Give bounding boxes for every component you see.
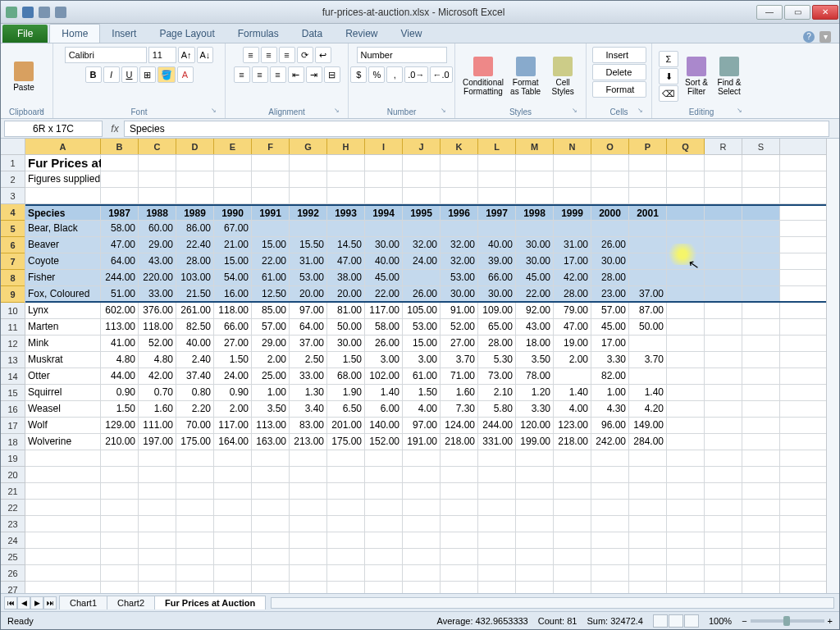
- cell-empty[interactable]: [742, 336, 780, 351]
- cell-empty[interactable]: [667, 500, 705, 515]
- cell-empty[interactable]: [742, 221, 780, 236]
- cell-empty[interactable]: [252, 467, 290, 482]
- row-header[interactable]: 24: [1, 532, 25, 549]
- cell-value[interactable]: 199.00: [516, 434, 554, 450]
- cell-empty[interactable]: [705, 253, 742, 269]
- cell-empty[interactable]: [176, 467, 214, 482]
- currency-button[interactable]: $: [350, 66, 367, 83]
- align-top-button[interactable]: ≡: [243, 47, 259, 63]
- cell-empty[interactable]: [705, 171, 742, 187]
- redo-icon[interactable]: [55, 7, 66, 18]
- cell-empty[interactable]: [365, 500, 403, 515]
- cell-value[interactable]: 1.40: [629, 385, 667, 400]
- cell-value[interactable]: 1998: [516, 206, 554, 220]
- cell-value[interactable]: 53.00: [290, 270, 327, 285]
- help-icon[interactable]: ?: [803, 31, 815, 43]
- cell-empty[interactable]: [516, 467, 554, 482]
- cell-empty[interactable]: [705, 467, 742, 482]
- cell-value[interactable]: [403, 221, 441, 236]
- cell-value[interactable]: 30.00: [478, 286, 516, 301]
- cell-empty[interactable]: [441, 532, 478, 548]
- find-select-button[interactable]: Find & Select: [714, 51, 744, 102]
- cell-empty[interactable]: [101, 582, 139, 593]
- cell-value[interactable]: 30.00: [516, 253, 554, 269]
- cell-value[interactable]: 3.70: [629, 352, 667, 368]
- cell-value[interactable]: 23.00: [591, 286, 629, 301]
- cell-empty[interactable]: [139, 188, 176, 203]
- cell-empty[interactable]: [327, 532, 365, 548]
- cell-empty[interactable]: [327, 467, 365, 482]
- cell-value[interactable]: 1.40: [365, 385, 403, 400]
- cell-empty[interactable]: [290, 467, 327, 482]
- cell-empty[interactable]: [101, 483, 139, 499]
- cell-value[interactable]: 1997: [478, 206, 516, 220]
- maximize-button[interactable]: ▭: [784, 5, 810, 20]
- cell-value[interactable]: 37.40: [176, 368, 214, 384]
- cell-empty[interactable]: [139, 171, 176, 187]
- cell-empty[interactable]: [252, 188, 290, 203]
- cell-empty[interactable]: [365, 188, 403, 203]
- cell-empty[interactable]: [214, 155, 252, 171]
- cell-empty[interactable]: [516, 171, 554, 187]
- number-format-select[interactable]: Number: [357, 47, 447, 63]
- cell-species[interactable]: [25, 532, 101, 548]
- cell-value[interactable]: [290, 221, 327, 236]
- column-header[interactable]: G: [290, 139, 327, 154]
- cell-value[interactable]: 22.00: [252, 253, 290, 269]
- font-size-select[interactable]: 11: [148, 47, 176, 63]
- row-header[interactable]: 5: [1, 221, 25, 237]
- horizontal-scrollbar[interactable]: [271, 597, 834, 609]
- tab-review[interactable]: Review: [334, 25, 389, 43]
- cell-empty[interactable]: [441, 500, 478, 515]
- cell-empty[interactable]: [591, 516, 629, 532]
- cell-empty[interactable]: [214, 532, 252, 548]
- cell-empty[interactable]: [403, 467, 441, 482]
- worksheet-grid[interactable]: 1234567891011121314151617181920212223242…: [1, 139, 839, 593]
- cell-empty[interactable]: [327, 500, 365, 515]
- row-header[interactable]: 6: [1, 237, 25, 253]
- cell-value[interactable]: 33.00: [139, 286, 176, 301]
- cell-value[interactable]: [629, 336, 667, 351]
- cell-empty[interactable]: [705, 483, 742, 499]
- cell-value[interactable]: [629, 237, 667, 253]
- cell-empty[interactable]: [139, 516, 176, 532]
- fill-button[interactable]: ⬇: [659, 68, 678, 84]
- fill-color-button[interactable]: 🪣: [158, 66, 176, 83]
- cell-species[interactable]: Muskrat: [25, 352, 101, 368]
- cell-empty[interactable]: [554, 516, 591, 532]
- format-cells-button[interactable]: Format: [592, 81, 646, 98]
- column-header[interactable]: J: [403, 139, 441, 154]
- cell-empty[interactable]: [667, 401, 705, 417]
- cell-value[interactable]: 1994: [365, 206, 403, 220]
- cell-value[interactable]: 120.00: [516, 418, 554, 433]
- percent-button[interactable]: %: [368, 66, 385, 83]
- cell-empty[interactable]: [629, 467, 667, 482]
- decrease-decimal-button[interactable]: ←.0: [430, 66, 453, 83]
- cell-value[interactable]: 0.80: [176, 385, 214, 400]
- cell-value[interactable]: 242.00: [591, 434, 629, 450]
- cell-empty[interactable]: [176, 171, 214, 187]
- row-header[interactable]: 1: [1, 155, 25, 171]
- align-left-button[interactable]: ≡: [234, 66, 250, 83]
- row-header[interactable]: 19: [1, 450, 25, 467]
- cell-empty[interactable]: [176, 549, 214, 564]
- cell-empty[interactable]: [667, 336, 705, 351]
- cell-value[interactable]: 97.00: [403, 418, 441, 433]
- cell-value[interactable]: 244.00: [478, 418, 516, 433]
- cell-species[interactable]: Fur Prices at Auction: [25, 155, 101, 171]
- underline-button[interactable]: U: [121, 66, 138, 83]
- wrap-text-button[interactable]: ↩: [315, 47, 331, 63]
- cell-value[interactable]: 1999: [554, 206, 591, 220]
- cell-empty[interactable]: [742, 483, 780, 499]
- cell-value[interactable]: 24.00: [403, 253, 441, 269]
- cell-value[interactable]: 92.00: [516, 303, 554, 318]
- cell-species[interactable]: Wolf: [25, 418, 101, 433]
- cell-value[interactable]: 0.70: [139, 385, 176, 400]
- select-all-corner[interactable]: [1, 139, 25, 155]
- cell-empty[interactable]: [252, 565, 290, 581]
- cell-value[interactable]: 6.50: [327, 401, 365, 417]
- cell-empty[interactable]: [365, 171, 403, 187]
- row-header[interactable]: 18: [1, 434, 25, 450]
- cell-value[interactable]: [478, 221, 516, 236]
- cell-value[interactable]: 1.50: [403, 385, 441, 400]
